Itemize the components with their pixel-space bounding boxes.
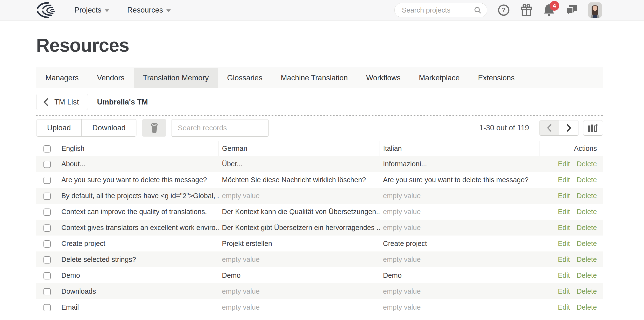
app-logo[interactable]	[34, 1, 62, 19]
column-header-english: English	[58, 141, 218, 156]
row-actions-cell: EditDelete	[539, 188, 603, 204]
cell-en: Demo	[58, 267, 218, 283]
cell-it: empty value	[380, 204, 539, 220]
row-actions-cell: EditDelete	[539, 283, 603, 299]
row-checkbox[interactable]	[44, 288, 51, 295]
delete-link[interactable]: Delete	[577, 192, 597, 200]
row-checkbox[interactable]	[44, 240, 51, 248]
navbar-right: ? 4	[394, 2, 602, 18]
upload-button[interactable]: Upload	[36, 119, 82, 136]
tm-records-table: English German Italian Actions About...Ü…	[36, 141, 603, 315]
help-icon[interactable]: ?	[498, 4, 510, 16]
row-checkbox[interactable]	[44, 177, 51, 184]
delete-link[interactable]: Delete	[577, 208, 597, 216]
edit-link[interactable]: Edit	[558, 288, 570, 295]
cell-en: Email	[58, 299, 218, 315]
row-actions-cell: EditDelete	[539, 172, 603, 188]
row-checkbox[interactable]	[44, 256, 51, 264]
tab-extensions[interactable]: Extensions	[469, 68, 524, 88]
edit-link[interactable]: Edit	[558, 176, 570, 184]
notifications-bell-icon[interactable]: 4	[543, 4, 556, 16]
user-avatar[interactable]	[588, 2, 602, 18]
tm-toolbar: Upload Download 1-30 out of 119	[36, 115, 603, 137]
cell-de: Über...	[218, 156, 380, 172]
delete-link[interactable]: Delete	[577, 176, 597, 184]
previous-page-button[interactable]	[540, 120, 559, 135]
tab-marketplace[interactable]: Marketplace	[410, 68, 469, 88]
tab-glossaries[interactable]: Glossaries	[218, 68, 272, 88]
row-checkbox[interactable]	[44, 304, 51, 311]
cell-en: About...	[58, 156, 218, 172]
row-checkbox-cell	[36, 283, 58, 299]
cell-it: empty value	[380, 252, 539, 267]
pagination-controls	[539, 120, 579, 136]
edit-link[interactable]: Edit	[558, 192, 570, 200]
delete-link[interactable]: Delete	[577, 272, 597, 279]
edit-link[interactable]: Edit	[558, 208, 570, 216]
download-button[interactable]: Download	[82, 119, 136, 136]
add-column-button[interactable]	[583, 120, 603, 136]
cell-it: Informazioni...	[380, 156, 539, 172]
tab-workflows[interactable]: Workflows	[357, 68, 410, 88]
row-checkbox[interactable]	[44, 209, 51, 216]
edit-link[interactable]: Edit	[558, 303, 570, 311]
tm-list-label: TM List	[54, 98, 79, 106]
cell-de: empty value	[218, 283, 380, 299]
row-checkbox[interactable]	[44, 272, 51, 280]
row-checkbox[interactable]	[44, 224, 51, 232]
table-row: Context can improve the quality of trans…	[36, 204, 603, 220]
tab-translation-memory[interactable]: Translation Memory	[134, 68, 218, 88]
tab-managers[interactable]: Managers	[36, 68, 88, 88]
delete-link[interactable]: Delete	[577, 160, 597, 168]
edit-link[interactable]: Edit	[558, 240, 570, 247]
delete-link[interactable]: Delete	[577, 224, 597, 231]
pagination-range: 1-30 out of 119	[479, 124, 529, 132]
delete-link[interactable]: Delete	[577, 288, 597, 295]
row-checkbox-cell	[36, 252, 58, 267]
chevron-down-icon	[105, 9, 109, 12]
row-checkbox[interactable]	[44, 193, 51, 200]
gift-icon[interactable]	[520, 4, 533, 16]
cell-de: Der Kontext gibt Übersetzern ein hervorr…	[218, 220, 380, 236]
row-checkbox-cell	[36, 299, 58, 315]
table-row: Emailempty valueempty valueEditDelete	[36, 299, 603, 315]
delete-link[interactable]: Delete	[577, 256, 597, 263]
tm-name: Umbrella's TM	[97, 98, 148, 106]
row-checkbox-cell	[36, 156, 58, 172]
row-actions-cell: EditDelete	[539, 156, 603, 172]
table-row: Context gives translators an excellent w…	[36, 220, 603, 236]
nav-resources-menu[interactable]: Resources	[127, 6, 171, 14]
resources-tab-bar: ManagersVendorsTranslation MemoryGlossar…	[36, 67, 603, 88]
tm-list-back-button[interactable]: TM List	[36, 94, 88, 110]
search-projects-box[interactable]	[394, 3, 487, 17]
edit-link[interactable]: Edit	[558, 272, 570, 279]
tab-machine-translation[interactable]: Machine Translation	[272, 68, 357, 88]
cell-en: Context gives translators an excellent w…	[58, 220, 218, 236]
row-actions-cell: EditDelete	[539, 299, 603, 315]
cell-it: empty value	[380, 220, 539, 236]
cell-en: Downloads	[58, 283, 218, 299]
delete-link[interactable]: Delete	[577, 303, 597, 311]
delete-records-button[interactable]	[142, 119, 166, 137]
row-checkbox[interactable]	[44, 161, 51, 168]
delete-link[interactable]: Delete	[577, 240, 597, 247]
nav-projects-menu[interactable]: Projects	[74, 6, 109, 14]
next-page-button[interactable]	[559, 120, 578, 135]
column-header-german: German	[218, 141, 380, 156]
select-all-checkbox[interactable]	[44, 145, 51, 153]
table-row: By default, all the projects have <g id=…	[36, 188, 603, 204]
row-checkbox-cell	[36, 267, 58, 283]
cell-de: empty value	[218, 252, 380, 267]
edit-link[interactable]: Edit	[558, 256, 570, 263]
notification-badge: 4	[550, 1, 559, 11]
edit-link[interactable]: Edit	[558, 224, 570, 231]
row-checkbox-cell	[36, 220, 58, 236]
search-projects-input[interactable]	[402, 6, 474, 14]
trash-icon	[150, 122, 159, 133]
cell-en: Delete selected strings?	[58, 252, 218, 267]
tab-vendors[interactable]: Vendors	[88, 68, 134, 88]
messages-icon[interactable]	[566, 4, 578, 16]
add-column-icon	[588, 123, 598, 133]
search-records-input[interactable]	[171, 119, 268, 137]
edit-link[interactable]: Edit	[558, 160, 570, 168]
